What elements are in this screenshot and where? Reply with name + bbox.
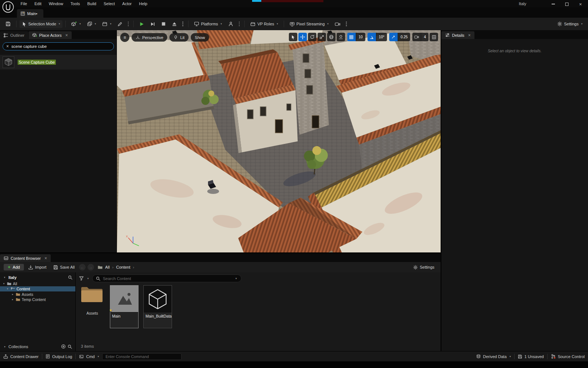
back-icon[interactable]: ← <box>79 264 86 270</box>
add-collection-icon[interactable] <box>61 344 66 349</box>
toolbar-more-icon[interactable] <box>344 22 349 26</box>
menu-select[interactable]: Select <box>100 0 119 7</box>
editor-modes-button[interactable] <box>115 20 125 28</box>
viewport-menu-icon[interactable]: ≡ <box>120 33 129 42</box>
console-command-input[interactable] <box>102 353 182 360</box>
content-search-box[interactable]: ▾ <box>92 275 241 282</box>
play-button[interactable] <box>137 20 147 28</box>
menu-window[interactable]: Window <box>45 0 67 7</box>
breadcrumb-all[interactable]: All <box>105 265 110 269</box>
asset-folder-assets[interactable]: Assets <box>79 285 105 315</box>
breadcrumb-content[interactable]: Content <box>116 265 130 269</box>
tree-item-temp-content[interactable]: ▸ Temp Content <box>0 297 75 302</box>
tree-item-content[interactable]: ▾ Content <box>0 286 75 291</box>
place-actor-result-row[interactable]: Scene Capture Cube <box>0 55 116 70</box>
grid-snap-value[interactable]: 10 <box>356 33 365 41</box>
forward-icon[interactable]: → <box>87 264 94 270</box>
add-button[interactable]: +Add <box>4 264 24 270</box>
content-search-input[interactable] <box>103 276 232 281</box>
multi-user-button[interactable] <box>226 20 236 28</box>
asset-tile-main[interactable]: * Main <box>110 285 139 328</box>
lit-dropdown[interactable]: Lit <box>169 33 189 42</box>
scale-snap-icon[interactable] <box>389 33 398 41</box>
filter-icon[interactable] <box>79 276 84 281</box>
sources-root-row[interactable]: ▾ Italy <box>0 274 75 281</box>
tab-main-level[interactable]: Main• <box>17 9 43 18</box>
search-icon[interactable] <box>68 275 72 280</box>
scale-tool-button[interactable] <box>318 33 326 41</box>
output-log-button[interactable]: Output Log <box>46 354 72 359</box>
close-icon[interactable]: × <box>44 256 47 261</box>
menu-help[interactable]: Help <box>135 0 151 7</box>
viewport-3d-scene[interactable] <box>117 30 441 252</box>
viewport[interactable]: ≡ Perspective Lit Show <box>117 30 441 252</box>
frame-skip-button[interactable] <box>148 20 158 28</box>
camera-speed-value[interactable]: 4 <box>421 33 429 41</box>
settings-dropdown[interactable]: Settings▾ <box>555 20 585 28</box>
camera-speed-control[interactable]: 4 <box>412 33 429 41</box>
close-icon[interactable]: × <box>65 33 68 38</box>
save-button[interactable] <box>3 20 13 28</box>
stop-button[interactable] <box>159 20 168 28</box>
blueprints-dropdown[interactable]: ▾ <box>85 20 99 28</box>
angle-snap-icon[interactable] <box>368 33 376 41</box>
show-dropdown[interactable]: Show <box>191 33 209 42</box>
camera-speed-icon[interactable] <box>412 33 421 41</box>
rotation-snap-value[interactable]: 10° <box>376 33 387 41</box>
menu-file[interactable]: File <box>17 0 31 7</box>
vp-roles-dropdown[interactable]: VP Roles▾ <box>248 20 280 28</box>
source-control-button[interactable]: Source Control <box>551 354 585 359</box>
tree-item-assets[interactable]: ▸ Assets <box>0 292 75 297</box>
tab-details[interactable]: Details × <box>441 31 474 39</box>
maximize-icon[interactable] <box>560 0 574 8</box>
menu-build[interactable]: Build <box>84 0 100 7</box>
derived-data-dropdown[interactable]: Derived Data▾ <box>476 354 511 359</box>
unsaved-button[interactable]: 1 Unsaved <box>518 354 544 359</box>
scale-snap-control[interactable]: 0.25 <box>389 33 410 41</box>
cmd-dropdown[interactable]: Cmd▾ <box>79 354 99 359</box>
play-options-icon[interactable] <box>180 22 185 26</box>
clear-search-icon[interactable]: × <box>6 44 9 49</box>
close-icon[interactable]: × <box>468 33 471 38</box>
menu-edit[interactable]: Edit <box>31 0 45 7</box>
chevron-down-icon[interactable]: ▾ <box>234 277 238 280</box>
scale-snap-value[interactable]: 0.25 <box>398 33 410 41</box>
unreal-engine-logo-icon[interactable] <box>2 1 14 13</box>
tab-place-actors[interactable]: Place Actors × <box>29 31 72 39</box>
search-icon[interactable] <box>68 344 72 349</box>
tree-item-all[interactable]: ▾ All <box>0 281 75 286</box>
close-icon[interactable]: × <box>574 0 587 8</box>
select-tool-button[interactable] <box>289 33 297 41</box>
cinematics-dropdown[interactable]: ▾ <box>100 20 114 28</box>
place-actors-search-input[interactable] <box>11 44 110 49</box>
save-all-button[interactable]: Save All <box>51 263 77 271</box>
place-actors-search-box[interactable]: × <box>3 42 114 50</box>
minimize-icon[interactable] <box>546 0 560 8</box>
pixel-streaming-dropdown[interactable]: Pixel Streaming▾ <box>287 20 331 28</box>
viewport-layout-button[interactable] <box>430 33 438 41</box>
capture-button[interactable] <box>332 20 343 28</box>
eject-button[interactable] <box>169 20 179 28</box>
perspective-dropdown[interactable]: Perspective <box>132 33 167 42</box>
move-tool-button[interactable] <box>298 33 307 41</box>
toolbar-overflow-icon[interactable] <box>126 22 131 26</box>
import-button[interactable]: Import <box>26 263 49 271</box>
rotate-tool-button[interactable] <box>308 33 316 41</box>
rotation-snap-control[interactable]: 10° <box>368 33 387 41</box>
tab-content-browser[interactable]: Content Browser × <box>0 254 51 262</box>
grid-snap-icon[interactable] <box>347 33 356 41</box>
world-local-toggle[interactable] <box>327 33 336 41</box>
menu-tools[interactable]: Tools <box>67 0 84 7</box>
quick-add-dropdown[interactable]: ▾ <box>69 20 83 28</box>
grid-snap-control[interactable]: 10 <box>347 33 365 41</box>
collections-row[interactable]: ▸ Collections <box>0 344 75 349</box>
menu-actor[interactable]: Actor <box>119 0 136 7</box>
platforms-dropdown[interactable]: Platforms▾ <box>191 20 225 28</box>
content-drawer-button[interactable]: Content Drawer <box>3 354 39 359</box>
asset-tile-main-builtdata[interactable]: Main_BuiltData <box>143 285 172 328</box>
cb-settings-dropdown[interactable]: Settings <box>410 263 437 271</box>
session-options-icon[interactable] <box>237 22 242 26</box>
selection-mode-dropdown[interactable]: Selection Mode▾ <box>19 20 62 28</box>
tab-outliner[interactable]: Outliner <box>0 31 28 39</box>
surface-snap-button[interactable] <box>337 33 345 41</box>
